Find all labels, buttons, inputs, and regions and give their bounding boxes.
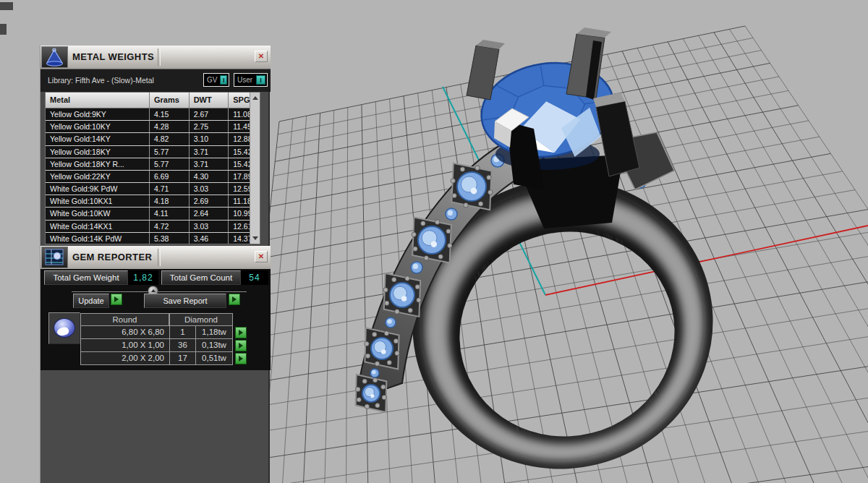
metal-cell: Yellow Gold:10KY bbox=[46, 121, 150, 132]
metal-library-bar: Library: Fifth Ave - (Slow)-Metal GV I U… bbox=[41, 69, 271, 92]
metal-cell: 3.71 bbox=[190, 158, 229, 170]
metal-table-row[interactable]: White Gold:10KW4.112.6410.99 bbox=[46, 208, 260, 220]
metal-cell: 2.64 bbox=[190, 208, 229, 219]
gem-preview-icon bbox=[54, 318, 75, 338]
grid-line bbox=[729, 29, 868, 483]
metal-table-row[interactable]: Yellow Gold:18KY R...5.773.7115.42 bbox=[46, 158, 260, 171]
metal-cell: Yellow Gold:18KY bbox=[46, 146, 150, 158]
gem-cell: 1,00 X 1,00 bbox=[80, 339, 169, 352]
metal-table-row[interactable]: White Gold:14KX14.723.0312.61 bbox=[46, 221, 260, 233]
metal-weights-table: Metal Grams DWT SPG Yellow Gold:9KY4.152… bbox=[45, 92, 260, 244]
metal-cell: 4.72 bbox=[150, 221, 190, 232]
gem-table-row[interactable]: 6,80 X 6,8011,18tw bbox=[80, 326, 247, 339]
col-header-metal[interactable]: Metal bbox=[46, 93, 150, 108]
update-button[interactable]: Update bbox=[73, 294, 109, 308]
col-header-grams[interactable]: Grams bbox=[150, 93, 190, 108]
metal-cell: Yellow Gold:9KY bbox=[46, 108, 150, 120]
gem-cell: 1,18tw bbox=[196, 326, 233, 339]
grid-line bbox=[292, 113, 320, 483]
panel-column: METAL WEIGHTS ✕ Library: Fifth Ave - (Sl… bbox=[40, 46, 270, 483]
user-toggle-label: User bbox=[234, 76, 256, 84]
scroll-up-icon[interactable] bbox=[250, 93, 260, 103]
save-report-button[interactable]: Save Report bbox=[144, 294, 226, 308]
titlebar-groove bbox=[158, 48, 161, 66]
total-gem-count-value: 54 bbox=[241, 270, 268, 285]
metal-cell: White Gold:14K PdW bbox=[46, 233, 150, 244]
gem-cell: 6,80 X 6,80 bbox=[80, 326, 169, 339]
metal-cell: 3.71 bbox=[190, 146, 229, 158]
update-run-icon[interactable] bbox=[111, 294, 122, 305]
gem-reporter-close-icon[interactable]: ✕ bbox=[255, 251, 268, 262]
gem-reporter-title: GEM REPORTER bbox=[72, 252, 152, 262]
metal-table-row[interactable]: Yellow Gold:14KY4.823.1012.88 bbox=[46, 133, 260, 145]
metal-cell: White Gold:14KX1 bbox=[46, 221, 150, 232]
metal-cell: 4.11 bbox=[150, 208, 190, 219]
gem-table: Round Diamond 6,80 X 6,8011,18tw1,00 X 1… bbox=[80, 313, 247, 365]
metal-weights-close-icon[interactable]: ✕ bbox=[255, 51, 268, 62]
scroll-down-icon[interactable] bbox=[250, 233, 260, 244]
total-gem-weight-label: Total Gem Weight bbox=[44, 270, 128, 285]
gem-slider-track[interactable] bbox=[72, 291, 247, 292]
metal-cell: 3.10 bbox=[190, 133, 229, 145]
gem-row-run-icon[interactable] bbox=[235, 353, 247, 364]
metal-table-row[interactable]: Yellow Gold:22KY6.694.3017.89 bbox=[46, 171, 260, 183]
edge-toolbar-fragment bbox=[0, 24, 7, 35]
gem-row-run-icon[interactable] bbox=[235, 327, 247, 338]
gv-toggle-button[interactable]: GV I bbox=[203, 73, 229, 87]
metal-weights-title: METAL WEIGHTS bbox=[72, 51, 154, 62]
ring-model[interactable] bbox=[356, 27, 745, 483]
metal-table-scrollbar[interactable] bbox=[250, 93, 260, 244]
metal-cell: 3.03 bbox=[190, 183, 229, 195]
metal-cell: 5.77 bbox=[150, 146, 190, 158]
metal-cell: 3.46 bbox=[190, 233, 229, 244]
grid-line bbox=[345, 108, 348, 483]
library-label: Library: Fifth Ave - (Slow)-Metal bbox=[48, 76, 154, 85]
metal-cell: 4.15 bbox=[150, 108, 190, 120]
gem-table-row[interactable]: 2,00 X 2,00170,51tw bbox=[80, 352, 247, 365]
metal-cell: 5.77 bbox=[150, 158, 190, 170]
user-toggle-button[interactable]: User I bbox=[234, 73, 268, 87]
gv-toggle-label: GV bbox=[204, 76, 220, 84]
gem-col-diamond: Diamond bbox=[169, 313, 233, 326]
gem-cell: 17 bbox=[169, 352, 196, 365]
gem-col-round: Round bbox=[80, 313, 169, 326]
grid-line bbox=[362, 105, 373, 483]
metal-weights-titlebar[interactable]: METAL WEIGHTS ✕ bbox=[41, 46, 271, 69]
gem-cell: 0,51tw bbox=[196, 352, 233, 365]
gem-row-run-icon[interactable] bbox=[235, 340, 247, 351]
user-toggle-indicator: I bbox=[256, 75, 265, 85]
metal-table-row[interactable]: White Gold:10KX14.182.6911.18 bbox=[46, 195, 260, 208]
metal-cell: 4.30 bbox=[190, 171, 229, 182]
total-gem-count-label: Total Gem Count bbox=[161, 270, 241, 285]
metal-cell: Yellow Gold:22KY bbox=[46, 171, 150, 182]
metal-table-row[interactable]: White Gold:9K PdW4.713.0312.59 bbox=[46, 183, 260, 195]
metal-table-row[interactable]: Yellow Gold:18KY5.773.7115.42 bbox=[46, 146, 260, 158]
edge-toolbar-fragment bbox=[0, 2, 13, 10]
metal-cell: White Gold:9K PdW bbox=[46, 183, 150, 195]
gem-table-row[interactable]: 1,00 X 1,00360,13tw bbox=[80, 339, 247, 352]
metal-cell: 2.69 bbox=[190, 195, 229, 207]
gem-table-header: Round Diamond bbox=[80, 313, 247, 326]
metal-cell: 4.71 bbox=[150, 183, 190, 195]
metal-cell: Yellow Gold:14KY bbox=[46, 133, 150, 145]
col-header-dwt[interactable]: DWT bbox=[190, 93, 229, 108]
metal-cell: 4.82 bbox=[150, 133, 190, 145]
metal-cell: 5.38 bbox=[150, 233, 190, 244]
gv-toggle-indicator: I bbox=[220, 75, 227, 85]
gem-cell: 1 bbox=[169, 326, 196, 339]
gem-preview-tile[interactable] bbox=[48, 312, 80, 344]
gem-cell: 36 bbox=[169, 339, 196, 352]
metal-table-row[interactable]: Yellow Gold:9KY4.152.6711.08 bbox=[46, 108, 260, 121]
metal-table-row[interactable]: White Gold:14K PdW5.383.4614.37 bbox=[46, 233, 260, 244]
titlebar-groove bbox=[158, 249, 161, 266]
gem-reporter-icon bbox=[41, 247, 68, 268]
metal-cell: 4.18 bbox=[150, 195, 190, 207]
metal-cell: White Gold:10KW bbox=[46, 208, 150, 219]
grid-line bbox=[318, 110, 334, 483]
metal-table-row[interactable]: Yellow Gold:10KY4.282.7511.45 bbox=[46, 121, 260, 133]
metal-cell: White Gold:10KX1 bbox=[46, 195, 150, 207]
gem-reporter-titlebar[interactable]: GEM REPORTER ✕ bbox=[41, 246, 271, 270]
metal-table-header: Metal Grams DWT SPG bbox=[46, 93, 260, 108]
gem-reporter-body: Total Gem Weight 1,82 Total Gem Count 54… bbox=[41, 269, 271, 370]
save-report-run-icon[interactable] bbox=[229, 294, 240, 305]
